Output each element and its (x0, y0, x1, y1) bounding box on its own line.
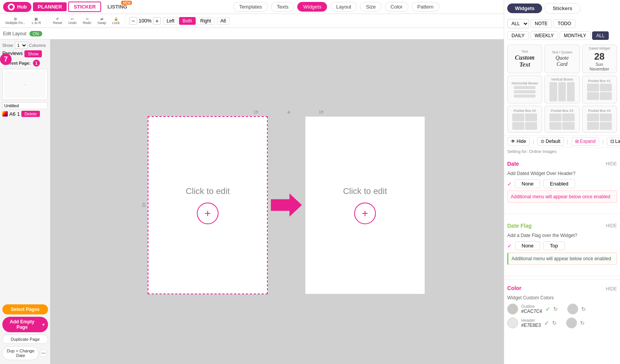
view-large-button[interactable]: ⊡ Large (607, 137, 620, 146)
nav-pattern[interactable]: Pattern (412, 2, 439, 12)
columns-label: Columns (29, 43, 46, 48)
filter-all-select[interactable]: ALL (507, 19, 529, 28)
widget-card-custom-text[interactable]: Text CustomText (507, 45, 542, 73)
reset-button[interactable]: ↺ Reset (51, 16, 65, 26)
size-badge: A6 (217, 17, 230, 25)
swap-label: Swap (97, 21, 106, 25)
hub-button[interactable]: Hub (3, 2, 31, 12)
filter-all2[interactable]: ALL (592, 31, 609, 40)
widget-card-text-quotes[interactable]: Text / Quotes QuoteCard (544, 45, 579, 73)
edit-layout-label: Edit Layout (3, 31, 26, 36)
nav-size[interactable]: Size (360, 2, 381, 12)
dup-menu-button[interactable]: ⋯ (40, 349, 47, 357)
canvas-rulers: 1fr ◆ 1fr 1fr Click to edit + Click to (141, 110, 413, 294)
header-alt-refresh-icon[interactable]: ↻ (580, 320, 585, 326)
nav-color[interactable]: Color (385, 2, 408, 12)
date-check-icon: ✓ (507, 181, 512, 187)
nav-tab-sticker[interactable]: STICKER (68, 2, 101, 12)
align-right-button[interactable]: Right (197, 17, 215, 25)
widget-card-pocket4[interactable]: Pocket Box #4 (582, 106, 617, 133)
header-color-circle[interactable] (507, 318, 518, 328)
show-columns-row: Show 123 Columns (2, 42, 48, 49)
settings-note: Setting for: Online Images (504, 148, 620, 155)
widget-card-vbox[interactable]: Vertical Boxes (544, 76, 579, 103)
dup-change-date-button[interactable]: Dup + Change Date (2, 346, 39, 360)
layout-icon-button[interactable]: ▦ L to R (29, 16, 43, 26)
date-flag-info-box: Additional menu will appear below once e… (507, 252, 617, 265)
nav-texts[interactable]: Texts (271, 2, 294, 12)
show-button[interactable]: Show (24, 50, 42, 57)
undo-button[interactable]: ↩ Undo (66, 16, 79, 26)
align-left-button[interactable]: Left (163, 17, 178, 25)
columns-select[interactable]: 123 (15, 42, 28, 49)
add-empty-page-button[interactable]: Add Empty Page ＋ (2, 317, 48, 332)
widget-card-dated[interactable]: Dated Widget 28 Sun November (582, 45, 617, 73)
nav-layout[interactable]: Layout (330, 2, 357, 12)
header-check-icon: ✓ (544, 319, 549, 327)
color-section: Color HIDE Widget Custom Colors Outline … (504, 279, 620, 335)
edit-group: ↺ Reset ↩ Undo ↪ Redo ⇄ Swap 🔒 Lock (51, 16, 126, 26)
zoom-in-button[interactable]: + (153, 17, 161, 25)
date-none-option[interactable]: None (515, 179, 540, 188)
nav-widgets[interactable]: Widgets (297, 2, 327, 12)
center-nav: Templates Texts Widgets Layout Size Colo… (133, 2, 539, 12)
filter-note[interactable]: NOTE (530, 19, 552, 28)
view-expand-button[interactable]: ⊞ Expand (572, 137, 599, 146)
widget-card-pocket3[interactable]: Pocket Box #3 (544, 106, 579, 133)
view-default-button[interactable]: ⊙ Default (537, 137, 564, 146)
pocket2-label: Pocket Box #2 (513, 109, 536, 113)
header-alt-circle[interactable] (566, 318, 577, 328)
filter-daily[interactable]: DAILY (507, 31, 529, 40)
nav-templates[interactable]: Templates (233, 2, 268, 12)
widget-card-pocket1[interactable]: Pocket Box #1 (582, 76, 617, 103)
date-settings-panel: Date HIDE Add Dated Widget Over Header? … (504, 155, 620, 211)
view-hide-button[interactable]: 👁 Hide (507, 137, 530, 146)
date-section-title: Date (507, 161, 519, 167)
multipage-button[interactable]: ⊞ Multiple Po... (3, 16, 28, 26)
date-flag-option-row: ✓ None Top (507, 241, 617, 250)
default-label: Default (546, 139, 560, 144)
tab-widgets[interactable]: Widgets (507, 3, 542, 13)
add-circle-left[interactable]: + (197, 203, 219, 224)
redo-button[interactable]: ↪ Redo (81, 16, 94, 26)
zoom-out-button[interactable]: − (129, 17, 137, 25)
duplicate-page-button[interactable]: Duplicate Page (2, 335, 48, 344)
align-both-button[interactable]: Both (179, 17, 196, 25)
date-flag-top-option[interactable]: Top (543, 241, 565, 250)
lock-button[interactable]: 🔒 Lock (110, 16, 122, 26)
page-id-label: A6 (9, 111, 16, 117)
canvas-page-right[interactable]: Click to edit + (305, 116, 425, 294)
date-hide-button[interactable]: HIDE (606, 161, 617, 167)
ruler-top-1: 1fr (225, 110, 287, 114)
tab-stickers[interactable]: Stickers (544, 3, 580, 14)
filter-monthly[interactable]: MONTHLY (560, 31, 591, 40)
select-pages-button[interactable]: Select Pages (2, 304, 48, 314)
add-circle-right[interactable]: + (354, 203, 376, 224)
ruler-top: 1fr ◆ 1fr (141, 110, 413, 115)
header-refresh-icon[interactable]: ↻ (552, 320, 557, 326)
swap-button[interactable]: ⇄ Swap (95, 16, 108, 26)
date-enabled-option[interactable]: Enabled (543, 179, 575, 188)
canvas-pages: Click to edit + Click to edit + (148, 116, 425, 294)
outline-color-circle[interactable] (507, 304, 518, 314)
outline-alt-circle[interactable] (567, 304, 578, 314)
view-controls: 👁 Hide | ⊙ Default | ⊞ Expand | ⊡ Large (504, 135, 620, 148)
filter-todo[interactable]: TODO (553, 19, 575, 28)
canvas-page-left[interactable]: Click to edit + (148, 116, 268, 294)
nav-tab-listing[interactable]: LISTING NEW (103, 2, 132, 11)
page-name-input[interactable] (2, 102, 48, 109)
widget-card-pocket2[interactable]: Pocket Box #2 (507, 106, 542, 133)
delete-button[interactable]: Delete (21, 111, 40, 117)
edit-layout-toggle[interactable]: ON (29, 31, 42, 36)
outline-refresh-icon[interactable]: ↻ (553, 306, 558, 312)
custom-text-label: Text (522, 50, 528, 53)
filter-weekly[interactable]: WEEKLY (530, 31, 558, 40)
date-flag-hide-button[interactable]: HIDE (606, 223, 617, 228)
outline-alt-refresh-icon[interactable]: ↻ (581, 306, 586, 312)
date-flag-none-option[interactable]: None (515, 241, 540, 250)
nav-tab-planner[interactable]: PLANNER (33, 2, 67, 11)
color-hide-button[interactable]: HIDE (606, 286, 617, 292)
new-badge: NEW (121, 1, 132, 5)
page-thumbnail: ··· (2, 69, 48, 100)
widget-card-hbox[interactable]: Horizontal Boxes (507, 76, 542, 103)
